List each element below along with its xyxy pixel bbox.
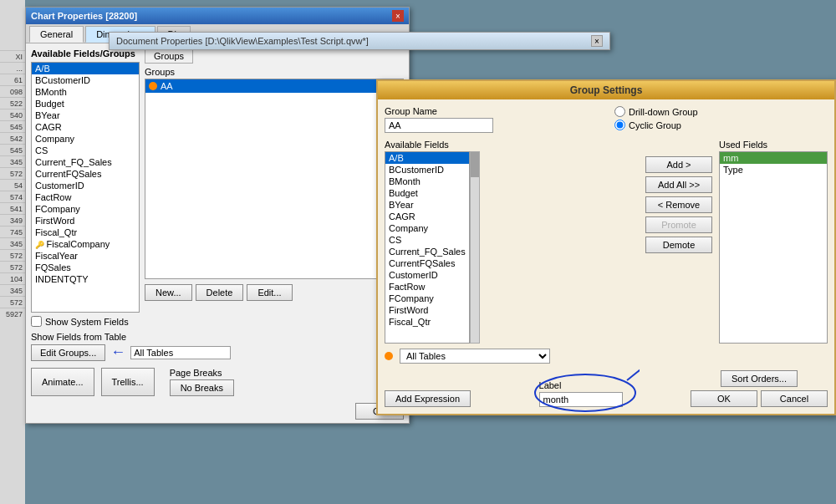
gs-used-fields-label: Used Fields — [719, 140, 828, 150]
field-item-firstword[interactable]: FirstWord — [32, 215, 139, 227]
field-item-cagr[interactable]: CAGR — [32, 121, 139, 133]
show-fields-section: Show Fields from Table Edit Groups... ← — [26, 332, 409, 364]
chart-props-title: Chart Properties [28200] — [31, 11, 137, 21]
show-system-fields-checkbox[interactable] — [31, 316, 42, 327]
gs-ok-button[interactable]: OK — [691, 390, 757, 407]
avail-list-scrollbar[interactable] — [470, 151, 480, 344]
line-number: 345 — [0, 284, 25, 296]
tab-general[interactable]: General — [29, 26, 84, 43]
gs-avail-item-cagr[interactable]: CAGR — [385, 211, 469, 222]
gs-avail-item-bmonth[interactable]: BMonth — [385, 176, 469, 187]
add-all-button[interactable]: Add All >> — [645, 176, 712, 193]
gs-avail-item-company[interactable]: Company — [385, 222, 469, 234]
chart-props-ok-row: OK — [26, 400, 409, 423]
field-item-bmonth[interactable]: BMonth — [32, 86, 139, 98]
show-system-fields-label: Show System Fields — [45, 317, 129, 327]
field-item-fcompany[interactable]: FCompany — [32, 203, 139, 215]
gs-bottom-right: Sort Orders... OK Cancel — [691, 370, 828, 407]
gs-cancel-button[interactable]: Cancel — [761, 390, 828, 407]
trellis-button[interactable]: Trellis... — [101, 368, 155, 396]
gs-avail-item-ab[interactable]: A/B — [385, 152, 469, 164]
gs-avail-list-container: A/B BCustomerID BMonth Budget BYear CAGR… — [385, 151, 639, 344]
field-item-indentqty[interactable]: INDENTQTY — [32, 273, 139, 285]
gs-label-label: Label — [539, 380, 623, 390]
group-name-label: Group Name — [385, 106, 598, 116]
field-item-company[interactable]: Company — [32, 133, 139, 145]
gs-avail-item-cs[interactable]: CS — [385, 234, 469, 246]
field-item-factrow[interactable]: FactRow — [32, 191, 139, 203]
sort-orders-button[interactable]: Sort Orders... — [721, 370, 798, 387]
gs-used-list[interactable]: mm Type — [719, 151, 828, 344]
gs-avail-item-firstword[interactable]: FirstWord — [385, 304, 469, 316]
group-settings-body: Group Name Drill-down Group Cyclic Group… — [378, 99, 834, 414]
line-number: 542 — [0, 132, 25, 144]
line-number: 104 — [0, 272, 25, 284]
no-breaks-button[interactable]: No Breaks — [170, 379, 234, 396]
delete-button[interactable]: Delete — [196, 284, 244, 301]
gs-avail-item-current-fq-sales[interactable]: Current_FQ_Sales — [385, 246, 469, 257]
gs-label-input[interactable] — [539, 392, 623, 407]
gs-avail-item-fiscal-qtr[interactable]: Fiscal_Qtr — [385, 316, 469, 328]
field-item-fiscalyear[interactable]: FiscalYear — [32, 250, 139, 262]
groups-panel: Groups Groups AA New... Delete Edit... — [145, 48, 404, 327]
cyclic-radio[interactable] — [614, 120, 625, 130]
chart-props-close-button[interactable]: × — [392, 10, 404, 22]
gs-avail-item-customerid[interactable]: CustomerID — [385, 269, 469, 281]
cyclic-label: Cyclic Group — [629, 120, 681, 130]
field-item-byear[interactable]: BYear — [32, 109, 139, 121]
gs-avail-item-budget[interactable]: Budget — [385, 187, 469, 199]
line-number: 540 — [0, 109, 25, 120]
add-button[interactable]: Add > — [645, 156, 712, 173]
field-item-fiscalcompany[interactable]: FiscalCompany — [32, 238, 139, 250]
gs-label-area: Label — [539, 380, 623, 407]
doc-props-window: Document Properties [D:\QlikView\Example… — [109, 32, 610, 50]
gs-used-item-type[interactable]: Type — [720, 164, 827, 176]
field-item-fqsales[interactable]: FQSales — [32, 262, 139, 273]
promote-button[interactable]: Promote — [645, 216, 712, 233]
groups-list[interactable]: AA — [145, 79, 404, 279]
animate-button[interactable]: Animate... — [31, 368, 94, 396]
field-item-bcustomerid[interactable]: BCustomerID — [32, 74, 139, 86]
group-item-aa[interactable]: AA — [145, 79, 403, 93]
show-fields-label: Show Fields from Table — [31, 332, 404, 342]
gs-top-row: Group Name Drill-down Group Cyclic Group — [385, 106, 828, 133]
gs-bottom-left: Add Expression — [385, 390, 471, 407]
gs-show-fields-combo[interactable]: All Tables — [400, 349, 550, 364]
add-expression-button[interactable]: Add Expression — [385, 390, 471, 407]
gs-avail-item-currentfqsales[interactable]: CurrentFQSales — [385, 257, 469, 269]
field-item-fiscal-qtr[interactable]: Fiscal_Qtr — [32, 227, 139, 238]
doc-props-close-button[interactable]: × — [591, 35, 603, 47]
line-number: 098 — [0, 85, 25, 97]
animate-trellis-row: Animate... Trellis... Page Breaks No Bre… — [26, 364, 409, 400]
line-number: 522 — [0, 97, 25, 109]
field-item-currentfqsales[interactable]: CurrentFQSales — [32, 168, 139, 180]
gs-avail-item-byear[interactable]: BYear — [385, 199, 469, 211]
doc-props-titlebar: Document Properties [D:\QlikView\Example… — [110, 33, 609, 49]
line-number: 61 — [0, 74, 25, 85]
group-name-input[interactable] — [385, 118, 493, 133]
demote-button[interactable]: Demote — [645, 237, 712, 253]
groups-tab[interactable]: Groups — [145, 48, 193, 64]
gs-avail-item-fcompany[interactable]: FCompany — [385, 293, 469, 304]
remove-button[interactable]: < Remove — [645, 196, 712, 213]
field-item-cs[interactable]: CS — [32, 145, 139, 156]
show-fields-from-combo[interactable] — [130, 346, 231, 359]
gs-avail-item-bcustomerid[interactable]: BCustomerID — [385, 164, 469, 176]
field-item-budget[interactable]: Budget — [32, 98, 139, 109]
available-fields-list[interactable]: A/B BCustomerID BMonth Budget BYear CAGR… — [31, 62, 140, 313]
field-item-ab[interactable]: A/B — [32, 63, 139, 74]
new-button[interactable]: New... — [145, 284, 192, 301]
edit-button[interactable]: Edit... — [247, 284, 292, 301]
field-item-customerid[interactable]: CustomerID — [32, 180, 139, 191]
line-number: ... — [0, 62, 25, 74]
field-item-current-fq-sales[interactable]: Current_FQ_Sales — [32, 156, 139, 168]
gs-used-item-mm[interactable]: mm — [720, 152, 827, 164]
gs-avail-list[interactable]: A/B BCustomerID BMonth Budget BYear CAGR… — [385, 151, 470, 344]
gs-avail-fields: Available Fields A/B BCustomerID BMonth … — [385, 140, 639, 344]
left-number-column: XI ... 61 098 522 540 545 542 545 345 57… — [0, 0, 25, 504]
drilldown-radio[interactable] — [614, 106, 625, 117]
gs-avail-item-factrow[interactable]: FactRow — [385, 281, 469, 293]
edit-groups-button[interactable]: Edit Groups... — [31, 344, 105, 361]
page-breaks-label: Page Breaks — [170, 368, 234, 378]
groups-tab-bar: Groups — [145, 48, 404, 64]
